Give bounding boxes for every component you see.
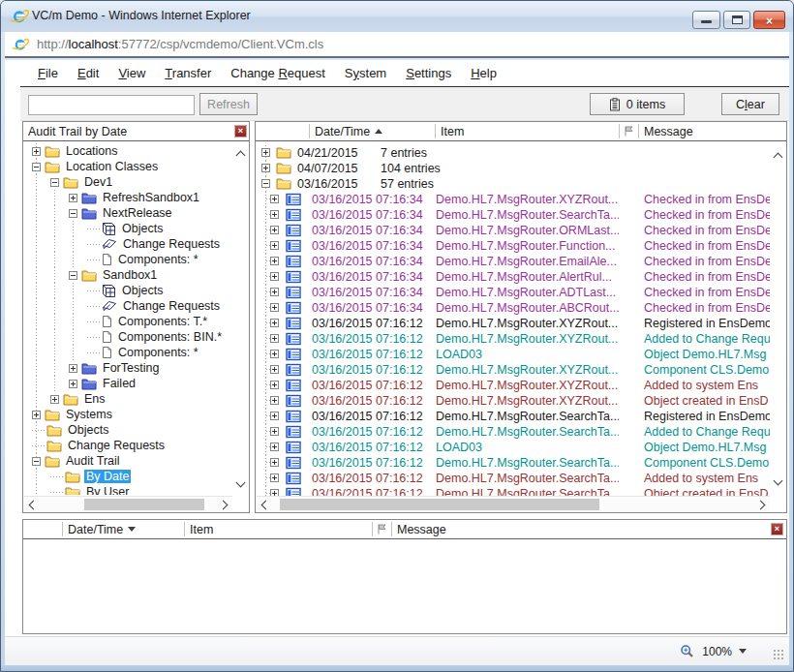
audit-entry-row[interactable]: 03/16/2015 07:16:34Demo.HL7.MsgRouter.AD… [257, 285, 770, 300]
refresh-button[interactable]: Refresh [199, 93, 258, 115]
audit-entry-row[interactable]: 03/16/2015 07:16:34Demo.HL7.MsgRouter.Se… [257, 207, 770, 223]
audit-entry-row[interactable]: 03/16/2015 07:16:12Demo.HL7.MsgRouter.XY… [257, 331, 770, 347]
scroll-up-icon[interactable] [236, 150, 245, 159]
audit-entry-row[interactable]: 03/16/2015 07:16:34Demo.HL7.MsgRouter.Al… [257, 269, 770, 285]
menu-file[interactable]: File [28, 62, 68, 84]
audit-entry-row[interactable]: 03/16/2015 07:16:12Demo.HL7.MsgRouter.XY… [257, 393, 770, 409]
expand-icon[interactable] [32, 411, 41, 419]
scroll-right-icon[interactable] [220, 501, 229, 509]
audit-group-row[interactable]: 04/07/2015104 entries [257, 161, 770, 176]
tree-item-by-user[interactable]: By User [24, 484, 231, 495]
audit-entry-row[interactable]: 03/16/2015 07:16:34Demo.HL7.MsgRouter.OR… [257, 223, 770, 238]
expand-icon[interactable] [270, 334, 279, 343]
expand-icon[interactable] [270, 210, 279, 219]
expand-icon[interactable] [270, 288, 279, 296]
tree-item-nextrelease[interactable]: NextRelease [24, 205, 231, 221]
audit-group-row[interactable]: 04/21/20157 entries [257, 145, 770, 161]
tree-item-fortesting[interactable]: ForTesting [24, 360, 231, 376]
audit-entry-row[interactable]: 03/16/2015 07:16:12Demo.HL7.MsgRouter.Se… [257, 409, 770, 424]
flag-icon[interactable] [623, 125, 634, 139]
tree-horizontal-scrollbar[interactable] [24, 496, 232, 511]
maximize-button[interactable] [723, 11, 750, 29]
filter-input[interactable] [28, 95, 195, 115]
column-item[interactable]: Item [190, 523, 213, 536]
flag-icon[interactable] [376, 523, 387, 537]
expand-icon[interactable] [270, 365, 279, 374]
audit-entry-row[interactable]: 03/16/2015 07:16:34Demo.HL7.MsgRouter.Fu… [257, 238, 770, 254]
scroll-thumb[interactable] [280, 499, 599, 510]
audit-group-row[interactable]: 03/16/201557 entries [257, 176, 770, 192]
menu-view[interactable]: View [108, 62, 155, 84]
expand-icon[interactable] [270, 241, 279, 250]
tree-item-location-classes[interactable]: Location Classes [24, 159, 231, 174]
scroll-up-icon[interactable] [774, 152, 782, 161]
column-datetime[interactable]: Date/Time [315, 125, 382, 138]
tree-panel-close-icon[interactable]: × [234, 125, 247, 137]
tree-item-dev1[interactable]: Dev1 [24, 174, 231, 190]
audit-entry-row[interactable]: 03/16/2015 07:16:34Demo.HL7.MsgRouter.AB… [257, 300, 770, 316]
expand-icon[interactable] [270, 473, 279, 482]
expand-icon[interactable] [270, 272, 279, 281]
audit-entry-row[interactable]: 03/16/2015 07:16:12Demo.HL7.MsgRouter.Se… [257, 471, 770, 486]
audit-entry-row[interactable]: 03/16/2015 07:16:12Demo.HL7.MsgRouter.XY… [257, 316, 770, 331]
expand-icon[interactable] [270, 319, 279, 327]
expand-icon[interactable] [270, 303, 279, 312]
menu-help[interactable]: Help [461, 62, 506, 84]
tree-item-change-requests[interactable]: Change Requests [24, 438, 231, 453]
audit-entry-row[interactable]: 03/16/2015 07:16:12LOAD03Object Demo.HL7… [257, 440, 770, 455]
expand-icon[interactable] [261, 148, 270, 157]
expand-icon[interactable] [270, 412, 279, 420]
address-bar[interactable]: http://localhost:57772/csp/vcmdemo/Clien… [5, 32, 789, 58]
collapse-icon[interactable] [261, 179, 270, 188]
menu-change-request[interactable]: Change Request [221, 62, 335, 84]
audit-entry-row[interactable]: 03/16/2015 07:16:12Demo.HL7.MsgRouter.Se… [257, 424, 770, 440]
audit-entry-row[interactable]: 03/16/2015 07:16:12LOAD03Object Demo.HL7… [257, 347, 770, 362]
menu-system[interactable]: System [335, 62, 396, 84]
scroll-down-icon[interactable] [774, 477, 782, 486]
tree-item-objects[interactable]: Objects [24, 221, 231, 236]
title-bar[interactable]: VC/m Demo - Windows Internet Explorer × [1, 1, 793, 32]
expand-icon[interactable] [270, 458, 279, 467]
tree-vertical-scrollbar[interactable] [232, 142, 248, 496]
expand-icon[interactable] [270, 427, 279, 436]
tree-item-components-[interactable]: Components: * [24, 345, 231, 360]
tree-item-components-[interactable]: Components: * [24, 252, 231, 267]
minimize-button[interactable] [692, 11, 720, 29]
column-message[interactable]: Message [644, 125, 693, 138]
tree-item-objects[interactable]: Objects [24, 422, 231, 438]
expand-icon[interactable] [69, 380, 77, 388]
collapse-icon[interactable] [32, 163, 41, 171]
collapse-icon[interactable] [32, 457, 41, 466]
tree-item-by-date[interactable]: By Date [24, 469, 231, 484]
menu-edit[interactable]: Edit [68, 62, 108, 84]
tree-item-components-t-[interactable]: Components: T.* [24, 314, 231, 329]
audit-entry-row[interactable]: 03/16/2015 07:16:12Demo.HL7.MsgRouter.Se… [257, 486, 770, 496]
scroll-down-icon[interactable] [236, 479, 245, 488]
list-horizontal-scrollbar[interactable] [257, 496, 770, 511]
scroll-left-icon[interactable] [28, 501, 37, 509]
expand-icon[interactable] [261, 164, 270, 172]
expand-icon[interactable] [270, 350, 279, 358]
tree-item-sandbox1[interactable]: Sandbox1 [24, 267, 231, 283]
audit-entry-row[interactable]: 03/16/2015 07:16:12Demo.HL7.MsgRouter.Se… [257, 455, 770, 471]
expand-icon[interactable] [32, 147, 41, 156]
expand-icon[interactable] [270, 443, 279, 451]
audit-entry-row[interactable]: 03/16/2015 07:16:34Demo.HL7.MsgRouter.XY… [257, 192, 770, 207]
audit-entry-row[interactable]: 03/16/2015 07:16:12Demo.HL7.MsgRouter.XY… [257, 378, 770, 393]
clear-button[interactable]: Clear [721, 93, 779, 115]
collapse-icon[interactable] [50, 178, 59, 187]
tree-item-audit-trail[interactable]: Audit Trail [24, 453, 231, 469]
tree-item-components-bin-[interactable]: Components: BIN.* [24, 329, 231, 345]
expand-icon[interactable] [270, 226, 279, 234]
collapse-icon[interactable] [69, 271, 77, 280]
expand-icon[interactable] [270, 381, 279, 389]
close-button[interactable]: × [753, 11, 785, 29]
tree-item-locations[interactable]: Locations [24, 143, 231, 159]
column-datetime[interactable]: Date/Time [68, 523, 136, 536]
zoom-control[interactable]: 100% [680, 644, 747, 658]
expand-icon[interactable] [270, 195, 279, 203]
scroll-thumb[interactable] [84, 499, 204, 510]
column-message[interactable]: Message [397, 523, 446, 536]
collapse-icon[interactable] [69, 209, 77, 218]
list-vertical-scrollbar[interactable] [770, 142, 785, 496]
